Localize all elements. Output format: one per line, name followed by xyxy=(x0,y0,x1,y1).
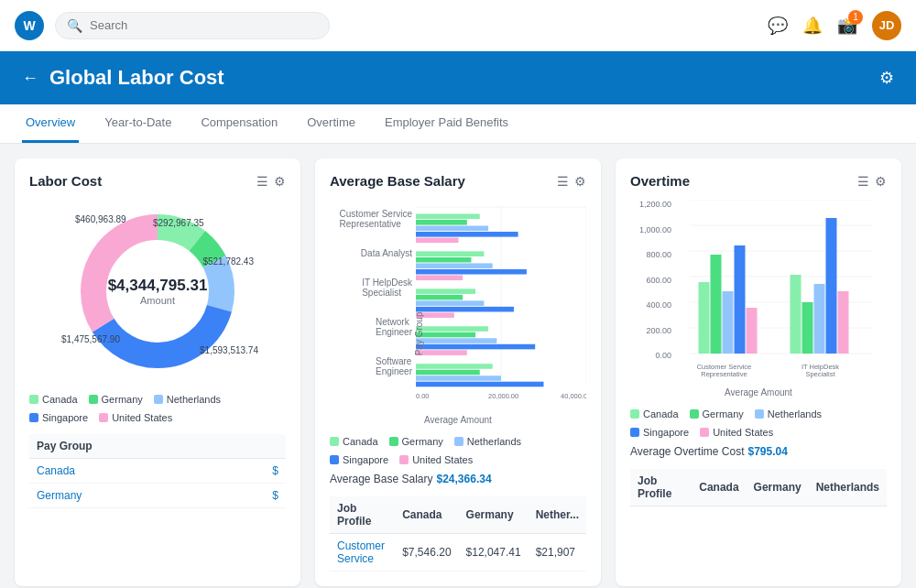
svg-rect-14 xyxy=(416,257,471,263)
y-label-se: SoftwareEngineer xyxy=(376,356,412,376)
svg-rect-11 xyxy=(416,232,518,237)
tab-overview[interactable]: Overview xyxy=(22,104,79,143)
y-label-csr: Customer ServiceRepresentative xyxy=(340,209,412,229)
svg-rect-51 xyxy=(838,291,849,354)
svg-rect-26 xyxy=(416,344,535,350)
svg-rect-30 xyxy=(416,376,501,381)
svg-rect-17 xyxy=(416,275,463,280)
col-amount xyxy=(227,434,286,459)
svg-rect-44 xyxy=(723,291,734,354)
row-germany[interactable]: Germany xyxy=(29,484,227,508)
x-axis-label-overtime: Average Amount xyxy=(630,387,887,397)
main-content: Labor Cost ☰ ⚙ $4,344,795.31 Amount xyxy=(0,144,916,588)
svg-rect-28 xyxy=(416,364,493,369)
table-row: Canada $ xyxy=(29,459,286,484)
nav-actions: 💬 🔔 📸 1 JD xyxy=(768,11,901,40)
svg-rect-15 xyxy=(416,263,493,268)
tab-year-to-date[interactable]: Year-to-Date xyxy=(101,104,175,143)
svg-rect-20 xyxy=(416,300,484,306)
svg-rect-23 xyxy=(416,326,488,332)
avg-base-salary-card: Average Base Salary ☰ ⚙ Customer Service… xyxy=(315,158,601,586)
col-germany: Germany xyxy=(459,496,529,534)
page-header: ← Global Labor Cost ⚙ xyxy=(0,51,916,104)
labor-cost-title: Labor Cost xyxy=(29,173,102,189)
grid-icon[interactable]: 📸 1 xyxy=(837,16,857,36)
salary-summary-value: $24,366.34 xyxy=(437,473,492,485)
label-germany: $292,967.35 xyxy=(153,218,204,228)
x-axis-label-salary: Average Amount xyxy=(330,415,586,425)
overtime-summary-value: $795.04 xyxy=(748,445,788,458)
col-pay-group: Pay Group xyxy=(29,434,227,459)
overtime-legend: Canada Germany Netherlands Singapore Uni… xyxy=(630,408,887,438)
filter-icon[interactable]: ☰ xyxy=(256,174,268,189)
chat-icon[interactable]: 💬 xyxy=(768,16,788,36)
col-germany-ot: Germany xyxy=(747,469,809,506)
svg-rect-9 xyxy=(416,220,467,225)
svg-rect-19 xyxy=(416,295,463,300)
svg-rect-46 xyxy=(747,308,758,354)
svg-rect-31 xyxy=(416,382,544,387)
svg-rect-16 xyxy=(416,269,527,275)
overtime-summary-label: Average Overtime Cost xyxy=(630,445,745,458)
svg-rect-45 xyxy=(735,245,746,354)
col-canada: Canada xyxy=(395,496,458,534)
salary-table: Job Profile Canada Germany Nether... Cus… xyxy=(330,496,586,572)
avatar[interactable]: JD xyxy=(872,11,901,40)
col-netherlands: Nether... xyxy=(529,496,586,534)
svg-rect-43 xyxy=(711,255,722,354)
settings-icon[interactable]: ⚙ xyxy=(879,68,894,88)
col-job-profile: Job Profile xyxy=(330,496,395,534)
svg-rect-29 xyxy=(416,370,480,376)
y-label-ne: NetworkEngineer xyxy=(376,317,412,337)
tab-overtime[interactable]: Overtime xyxy=(303,104,359,143)
label-singapore: $1,593,513.74 xyxy=(200,345,258,355)
row-customer-service[interactable]: Customer Service xyxy=(330,534,395,572)
legend-canada: Canada xyxy=(42,394,78,405)
tab-employer-paid-benefits[interactable]: Employer Paid Benefits xyxy=(381,104,512,143)
svg-rect-49 xyxy=(814,284,825,354)
donut-label: Amount xyxy=(108,295,208,306)
col-netherlands-ot: Netherlands xyxy=(809,469,887,506)
overtime-card: Overtime ☰ ⚙ 1,200.00 1,000.00 800.00 60… xyxy=(616,158,901,586)
legend-singapore: Singapore xyxy=(42,412,88,423)
table-row: Germany $ xyxy=(29,484,286,508)
svg-rect-12 xyxy=(416,238,459,244)
legend-us: United States xyxy=(112,412,172,423)
labor-cost-legend: Canada Germany Netherlands Singapore Uni… xyxy=(29,394,286,423)
overtime-chart-area: 1,200.00 1,000.00 800.00 600.00 400.00 2… xyxy=(630,200,887,386)
avg-salary-filter-icon[interactable]: ☰ xyxy=(557,174,569,189)
salary-summary-label: Average Base Salary xyxy=(330,473,433,485)
bell-icon[interactable]: 🔔 xyxy=(802,16,823,36)
svg-rect-24 xyxy=(416,332,475,338)
labor-cost-card: Labor Cost ☰ ⚙ $4,344,795.31 Amount xyxy=(15,158,300,586)
col-canada-ot: Canada xyxy=(692,469,746,506)
back-button[interactable]: ← xyxy=(22,69,38,88)
svg-rect-25 xyxy=(416,338,496,343)
overtime-table: Job Profile Canada Germany Netherlands xyxy=(630,469,887,506)
logo: W xyxy=(15,11,44,40)
svg-rect-13 xyxy=(416,251,484,256)
donut-total: $4,344,795.31 xyxy=(108,277,208,295)
label-netherlands: $521,782.43 xyxy=(202,256,254,267)
search-input[interactable] xyxy=(90,18,318,32)
svg-text:0.00: 0.00 xyxy=(416,392,429,400)
avg-salary-settings-icon[interactable]: ⚙ xyxy=(574,174,586,189)
label-canada: $460,963.89 xyxy=(75,214,126,224)
row-canada[interactable]: Canada xyxy=(29,459,227,484)
svg-text:Specialist: Specialist xyxy=(805,370,835,378)
labor-cost-settings-icon[interactable]: ⚙ xyxy=(274,174,286,189)
avg-salary-chart-area: Customer ServiceRepresentative Data Anal… xyxy=(330,200,586,413)
search-bar[interactable]: 🔍 xyxy=(55,12,330,39)
overtime-title: Overtime xyxy=(630,173,690,189)
page-title: Global Labor Cost xyxy=(49,66,224,90)
overtime-filter-icon[interactable]: ☰ xyxy=(857,174,869,189)
tab-compensation[interactable]: Compensation xyxy=(197,104,281,143)
donut-chart: $4,344,795.31 Amount $292,967.35 $460,96… xyxy=(66,200,249,383)
svg-rect-8 xyxy=(416,213,480,219)
overtime-settings-icon[interactable]: ⚙ xyxy=(875,174,887,189)
legend-netherlands: Netherlands xyxy=(167,394,221,405)
labor-cost-table: Pay Group Canada $ Germany $ xyxy=(29,434,286,508)
svg-rect-21 xyxy=(416,307,514,312)
svg-text:40,000.00: 40,000.00 xyxy=(561,392,586,400)
avg-salary-legend: Canada Germany Netherlands Singapore Uni… xyxy=(330,436,586,465)
